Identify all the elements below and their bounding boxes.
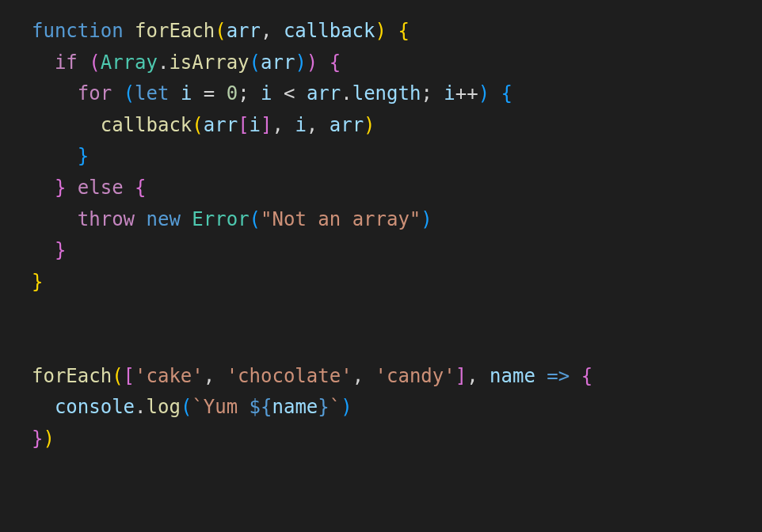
paren-open: (	[89, 51, 100, 74]
code-line: })	[32, 428, 55, 450]
keyword-throw: throw	[78, 208, 135, 230]
keyword-for: for	[78, 82, 112, 104]
code-line: callback(arr[i], i, arr)	[32, 114, 375, 136]
class-error: Error	[192, 208, 249, 230]
brace-open: {	[135, 177, 146, 199]
code-line: }	[32, 145, 89, 167]
template-literal: `	[192, 396, 203, 418]
brace-close: }	[55, 239, 66, 261]
code-line: throw new Error("Not an array")	[32, 208, 432, 230]
number-literal: 0	[227, 82, 238, 104]
code-line: function forEach(arr, callback) {	[32, 20, 410, 42]
class-array: Array	[101, 51, 158, 74]
brace-open: {	[581, 365, 592, 387]
string-literal: "Not an array"	[261, 208, 421, 230]
keyword-function: function	[32, 20, 124, 42]
code-line: if (Array.isArray(arr)) {	[32, 51, 341, 74]
code-line: console.log(`Yum ${name}`)	[32, 396, 352, 418]
string-literal: 'cake'	[135, 365, 204, 387]
keyword-let: let	[135, 82, 169, 104]
keyword-new: new	[147, 208, 181, 230]
brace-open: {	[330, 51, 341, 74]
arrow-param: name	[490, 365, 535, 387]
code-editor[interactable]: function forEach(arr, callback) { if (Ar…	[32, 16, 730, 454]
arrow-token: =>	[547, 365, 570, 387]
code-line: }	[32, 271, 43, 293]
param-callback: callback	[284, 20, 375, 42]
string-literal: 'chocolate'	[227, 365, 352, 387]
code-line: } else {	[32, 177, 147, 199]
console-object: console	[55, 396, 135, 418]
function-name: forEach	[135, 20, 215, 42]
function-call: forEach	[32, 365, 112, 387]
callback-call: callback	[101, 114, 192, 136]
keyword-else: else	[78, 177, 124, 199]
method-log: log	[147, 396, 181, 418]
brace-close: }	[55, 177, 66, 199]
brace-close: }	[78, 145, 89, 167]
method-isarray: isArray	[169, 51, 249, 74]
code-line: for (let i = 0; i < arr.length; i++) {	[32, 82, 512, 104]
brace-open: {	[398, 20, 409, 42]
brace-open: {	[501, 82, 512, 104]
code-line: }	[32, 239, 66, 261]
paren-open: (	[215, 20, 226, 42]
string-literal: 'candy'	[375, 365, 455, 387]
brace-close: }	[32, 271, 43, 293]
paren-close: )	[375, 20, 387, 42]
brace-close: }	[32, 428, 43, 450]
code-line: forEach(['cake', 'chocolate', 'candy'], …	[32, 365, 592, 387]
param-arr: arr	[227, 20, 261, 42]
keyword-if: if	[55, 51, 78, 74]
